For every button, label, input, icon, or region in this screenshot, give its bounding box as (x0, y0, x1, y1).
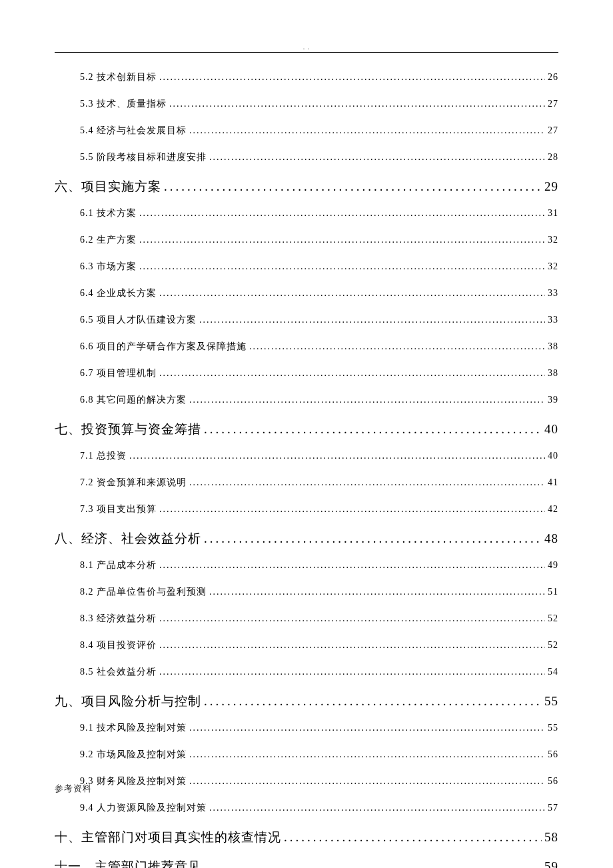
toc-entry: 6.5 项目人才队伍建设方案..........................… (80, 314, 558, 326)
toc-entry: 九、项目风险分析与控制.............................… (55, 693, 558, 710)
toc-entry: 7.2 资金预算和来源说明...........................… (80, 477, 558, 489)
toc-entry: 9.3 财务风险及控制对策...........................… (80, 775, 558, 787)
header-marks: . . (55, 43, 558, 51)
toc-leader-dots: ........................................… (139, 235, 545, 245)
toc-entry-title: 9.4 人力资源风险及控制对策 (80, 802, 207, 814)
toc-leader-dots: ........................................… (159, 288, 545, 299)
toc-entry: 十、主管部门对项目真实性的核查情况.......................… (55, 829, 558, 846)
toc-entry-title: 6.2 生产方案 (80, 234, 137, 246)
toc-entry: 7.1 总投资.................................… (80, 450, 558, 462)
toc-leader-dots: ........................................… (199, 315, 545, 325)
toc-leader-dots: ........................................… (159, 640, 545, 651)
toc-leader-dots: ........................................… (159, 504, 545, 515)
toc-entry-page: 42 (548, 504, 558, 515)
toc-entry-title: 6.7 项目管理机制 (80, 367, 157, 379)
toc-leader-dots: ........................................… (204, 422, 542, 437)
toc-entry-page: 33 (548, 288, 558, 299)
toc-leader-dots: ........................................… (129, 451, 545, 461)
toc-entry-title: 八、经济、社会效益分析 (55, 530, 201, 547)
toc-entry: 5.3 技术、质量指标.............................… (80, 98, 558, 110)
toc-leader-dots: ........................................… (189, 477, 545, 488)
toc-leader-dots: ........................................… (189, 125, 545, 136)
toc-entry: 七、投资预算与资金筹措.............................… (55, 421, 558, 438)
toc-leader-dots: ........................................… (169, 99, 545, 109)
toc-entry-title: 6.4 企业成长方案 (80, 287, 157, 299)
toc-leader-dots: ........................................… (209, 587, 545, 597)
toc-entry-page: 27 (548, 99, 558, 109)
toc-leader-dots: ........................................… (159, 560, 545, 571)
toc-entry: 5.2 技术创新目标..............................… (80, 71, 558, 83)
toc-entry-page: 39 (548, 395, 558, 405)
toc-entry-page: 57 (548, 803, 558, 813)
toc-entry-page: 33 (548, 315, 558, 325)
toc-leader-dots: ........................................… (139, 261, 545, 272)
toc-entry-page: 38 (548, 368, 558, 379)
toc-entry-page: 52 (548, 613, 558, 624)
toc-entry: 6.4 企业成长方案..............................… (80, 287, 558, 299)
toc-entry: 5.4 经济与社会发展目标...........................… (80, 125, 558, 137)
toc-leader-dots: ........................................… (159, 613, 545, 624)
toc-entry-title: 9.2 市场风险及控制对策 (80, 749, 187, 761)
toc-entry-page: 28 (548, 152, 558, 163)
toc-entry-title: 8.4 项目投资评价 (80, 639, 157, 651)
toc-entry: 6.2 生产方案................................… (80, 234, 558, 246)
toc-entry: 6.3 市场方案................................… (80, 261, 558, 273)
toc-entry-title: 5.4 经济与社会发展目标 (80, 125, 187, 137)
toc-leader-dots: ........................................… (159, 667, 545, 677)
toc-entry-title: 7.2 资金预算和来源说明 (80, 477, 187, 489)
toc-entry-title: 8.3 经济效益分析 (80, 613, 157, 625)
toc-leader-dots: ........................................… (209, 803, 545, 813)
toc-entry-title: 5.2 技术创新目标 (80, 71, 157, 83)
toc-entry: 9.1 技术风险及控制对策...........................… (80, 722, 558, 734)
toc-leader-dots: ........................................… (159, 368, 545, 379)
toc-entry-page: 51 (548, 587, 558, 597)
toc-entry: 六、项目实施方案................................… (55, 178, 558, 195)
toc-entry-title: 8.1 产品成本分析 (80, 559, 157, 571)
toc-entry-page: 55 (544, 694, 558, 709)
toc-entry-title: 7.3 项目支出预算 (80, 503, 157, 515)
toc-entry-page: 29 (544, 179, 558, 194)
footer-reference-text: 参考资料 (55, 783, 92, 795)
toc-leader-dots: ........................................… (189, 395, 545, 405)
toc-entry-title: 6.3 市场方案 (80, 261, 137, 273)
toc-entry-page: 56 (548, 776, 558, 787)
toc-entry-page: 48 (544, 531, 558, 546)
toc-leader-dots: ........................................… (139, 208, 545, 219)
toc-entry: 7.3 项目支出预算..............................… (80, 503, 558, 515)
toc-leader-dots: ........................................… (249, 341, 545, 352)
toc-entry: 8.2 产品单位售价与盈利预测.........................… (80, 586, 558, 598)
toc-entry-page: 59 (544, 859, 558, 868)
toc-entry: 6.6 项目的产学研合作方案及保障措施.....................… (80, 341, 558, 353)
toc-entry-page: 55 (548, 723, 558, 733)
toc-entry-title: 七、投资预算与资金筹措 (55, 421, 201, 438)
toc-leader-dots: ........................................… (159, 72, 545, 83)
toc-entry-page: 40 (548, 451, 558, 461)
toc-entry-page: 52 (548, 640, 558, 651)
toc-entry-title: 6.8 其它问题的解决方案 (80, 394, 187, 406)
toc-entry-page: 56 (548, 749, 558, 760)
toc-entry: 8.3 经济效益分析..............................… (80, 613, 558, 625)
toc-entry: 8.5 社会效益分析..............................… (80, 666, 558, 678)
toc-leader-dots: ........................................… (284, 830, 542, 845)
toc-entry: 8.1 产品成本分析..............................… (80, 559, 558, 571)
toc-entry-page: 32 (548, 235, 558, 245)
toc-entry: 6.8 其它问题的解决方案...........................… (80, 394, 558, 406)
toc-entry-title: 5.3 技术、质量指标 (80, 98, 167, 110)
toc-entry-page: 32 (548, 261, 558, 272)
toc-leader-dots: ........................................… (204, 859, 542, 868)
table-of-contents: 5.2 技术创新目标..............................… (55, 71, 558, 868)
toc-leader-dots: ........................................… (189, 749, 545, 760)
document-page: . . 5.2 技术创新目标..........................… (0, 0, 613, 868)
toc-leader-dots: ........................................… (204, 694, 542, 709)
toc-entry: 6.7 项目管理机制..............................… (80, 367, 558, 379)
toc-entry-page: 49 (548, 560, 558, 571)
toc-entry-title: 8.5 社会效益分析 (80, 666, 157, 678)
toc-entry-title: 6.1 技术方案 (80, 207, 137, 219)
toc-leader-dots: ........................................… (204, 531, 542, 546)
toc-entry: 6.1 技术方案................................… (80, 207, 558, 219)
toc-entry-title: 六、项目实施方案 (55, 178, 161, 195)
toc-entry-page: 54 (548, 667, 558, 677)
toc-entry-title: 十、主管部门对项目真实性的核查情况 (55, 829, 281, 846)
toc-entry: 八、经济、社会效益分析.............................… (55, 530, 558, 547)
toc-entry-title: 5.5 阶段考核目标和进度安排 (80, 151, 207, 163)
